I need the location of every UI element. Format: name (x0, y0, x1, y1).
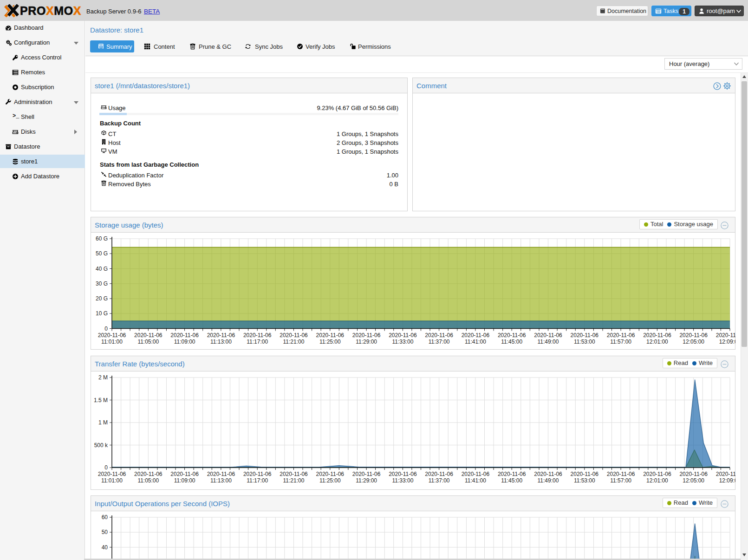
svg-text:11:09:00: 11:09:00 (174, 477, 195, 484)
svg-text:11:05:00: 11:05:00 (137, 477, 159, 484)
svg-text:2020-11-06: 2020-11-06 (716, 471, 735, 477)
svg-text:2020-11-06: 2020-11-06 (425, 471, 453, 477)
svg-text:2020-11-06: 2020-11-06 (425, 332, 453, 339)
svg-text:60: 60 (102, 514, 108, 521)
svg-text:20 G: 20 G (96, 295, 108, 302)
svg-text:11:41:00: 11:41:00 (465, 477, 486, 484)
svg-text:11:37:00: 11:37:00 (429, 339, 450, 345)
svg-text:2020-11-06: 2020-11-06 (534, 471, 562, 477)
svg-text:11:13:00: 11:13:00 (210, 339, 232, 345)
svg-text:2020-11-06: 2020-11-06 (207, 471, 235, 477)
svg-text:12:09:00: 12:09:00 (719, 339, 735, 345)
svg-text:11:49:00: 11:49:00 (538, 339, 559, 345)
svg-text:50 G: 50 G (96, 250, 108, 257)
svg-text:2020-11-06: 2020-11-06 (98, 332, 126, 339)
svg-text:11:09:00: 11:09:00 (174, 339, 195, 345)
svg-text:0: 0 (104, 326, 108, 332)
svg-text:40: 40 (102, 544, 108, 551)
svg-text:2020-11-06: 2020-11-06 (352, 332, 381, 339)
svg-text:2 M: 2 M (98, 374, 108, 381)
svg-text:11:01:00: 11:01:00 (101, 477, 123, 484)
svg-text:11:33:00: 11:33:00 (392, 477, 413, 484)
svg-text:11:45:00: 11:45:00 (501, 339, 522, 345)
svg-text:11:05:00: 11:05:00 (137, 339, 159, 345)
svg-text:2020-11-06: 2020-11-06 (607, 471, 635, 477)
svg-text:2020-11-06: 2020-11-06 (462, 332, 490, 339)
svg-text:2020-11-06: 2020-11-06 (207, 332, 235, 339)
svg-text:40 G: 40 G (96, 266, 108, 272)
svg-text:12:01:00: 12:01:00 (646, 477, 668, 484)
svg-text:2020-11-06: 2020-11-06 (389, 471, 417, 477)
svg-text:2020-11-06: 2020-11-06 (679, 332, 708, 339)
svg-text:2020-11-06: 2020-11-06 (643, 471, 671, 477)
svg-text:11:45:00: 11:45:00 (501, 477, 522, 484)
svg-text:11:01:00: 11:01:00 (101, 339, 123, 345)
svg-text:2020-11-06: 2020-11-06 (679, 471, 708, 477)
svg-text:2020-11-06: 2020-11-06 (462, 471, 490, 477)
svg-text:60 G: 60 G (96, 235, 108, 242)
svg-text:2020-11-06: 2020-11-06 (498, 332, 526, 339)
svg-text:11:49:00: 11:49:00 (538, 477, 559, 484)
svg-text:11:57:00: 11:57:00 (610, 339, 631, 345)
svg-text:2020-11-06: 2020-11-06 (316, 332, 345, 339)
svg-text:2020-11-06: 2020-11-06 (316, 471, 345, 477)
svg-text:2020-11-06: 2020-11-06 (280, 471, 308, 477)
svg-text:11:33:00: 11:33:00 (392, 339, 413, 345)
svg-text:2020-11-06: 2020-11-06 (607, 332, 635, 339)
svg-text:12:01:00: 12:01:00 (646, 339, 668, 345)
svg-text:2020-11-06: 2020-11-06 (643, 332, 671, 339)
svg-text:11:37:00: 11:37:00 (429, 477, 450, 484)
svg-text:2020-11-06: 2020-11-06 (243, 471, 272, 477)
svg-text:11:25:00: 11:25:00 (319, 477, 341, 484)
svg-text:11:13:00: 11:13:00 (210, 477, 232, 484)
svg-text:11:29:00: 11:29:00 (356, 477, 377, 484)
svg-text:30 G: 30 G (96, 280, 108, 287)
svg-text:11:17:00: 11:17:00 (247, 339, 268, 345)
svg-text:2020-11-06: 2020-11-06 (243, 332, 272, 339)
svg-text:0: 0 (104, 464, 108, 471)
svg-text:2020-11-06: 2020-11-06 (534, 332, 562, 339)
svg-text:2020-11-06: 2020-11-06 (352, 471, 381, 477)
svg-text:11:21:00: 11:21:00 (283, 339, 305, 345)
svg-text:50: 50 (102, 529, 108, 535)
svg-text:11:41:00: 11:41:00 (465, 339, 486, 345)
svg-text:11:21:00: 11:21:00 (283, 477, 305, 484)
svg-text:11:53:00: 11:53:00 (574, 339, 595, 345)
svg-text:11:53:00: 11:53:00 (574, 477, 595, 484)
svg-text:10 G: 10 G (96, 310, 108, 317)
svg-text:11:17:00: 11:17:00 (247, 477, 268, 484)
svg-text:11:25:00: 11:25:00 (319, 339, 341, 345)
svg-text:1.5 M: 1.5 M (94, 397, 108, 404)
svg-text:2020-11-06: 2020-11-06 (571, 471, 599, 477)
svg-text:2020-11-06: 2020-11-06 (571, 332, 599, 339)
svg-text:12:05:00: 12:05:00 (683, 339, 704, 345)
svg-text:2020-11-06: 2020-11-06 (498, 471, 526, 477)
svg-text:2020-11-06: 2020-11-06 (389, 332, 417, 339)
svg-text:12:09:00: 12:09:00 (719, 477, 735, 484)
svg-text:2020-11-06: 2020-11-06 (134, 471, 163, 477)
svg-text:11:29:00: 11:29:00 (356, 339, 377, 345)
svg-text:500 k: 500 k (94, 442, 108, 449)
svg-text:2020-11-06: 2020-11-06 (280, 332, 308, 339)
svg-text:2020-11-06: 2020-11-06 (716, 332, 735, 339)
svg-text:1 M: 1 M (98, 419, 108, 426)
svg-text:2020-11-06: 2020-11-06 (134, 332, 163, 339)
svg-text:2020-11-06: 2020-11-06 (170, 332, 199, 339)
svg-text:2020-11-06: 2020-11-06 (98, 471, 126, 477)
svg-text:12:05:00: 12:05:00 (683, 477, 704, 484)
svg-text:11:57:00: 11:57:00 (610, 477, 631, 484)
svg-text:2020-11-06: 2020-11-06 (170, 471, 199, 477)
